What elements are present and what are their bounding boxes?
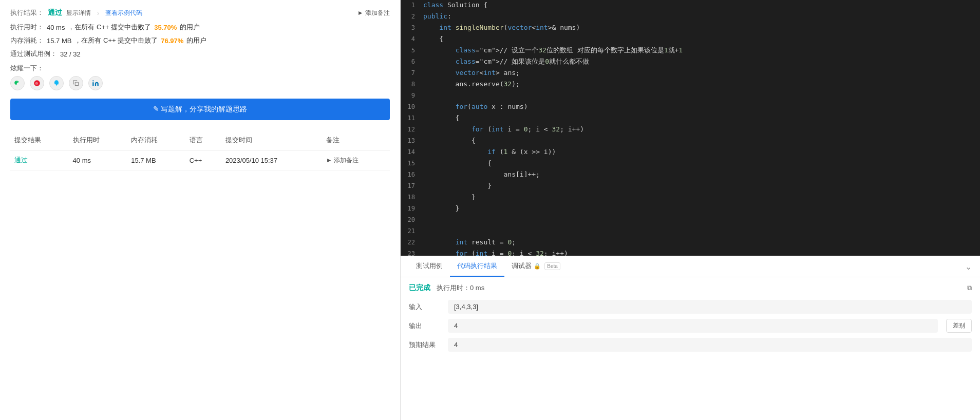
line-number: 1 xyxy=(401,0,421,10)
social-btn-wechat[interactable] xyxy=(10,76,25,90)
exec-time-label: 执行用时： xyxy=(10,23,44,32)
input-value: [3,4,3,3] xyxy=(448,300,972,314)
bottom-content: 已完成 执行用时：0 ms ⧉ 输入 [3,4,3,3] 输出 4 差别 预期结… xyxy=(401,277,980,420)
show-details-link[interactable]: 显示详情 xyxy=(66,9,91,17)
line-number: 10 xyxy=(401,102,421,111)
line-content[interactable]: vector<int> ans; xyxy=(421,68,980,78)
line-content[interactable]: { xyxy=(421,136,980,146)
line-number: 14 xyxy=(401,147,421,157)
line-content[interactable]: { xyxy=(421,34,980,44)
social-btn-linkedin[interactable] xyxy=(88,76,103,90)
line-number: 12 xyxy=(401,124,421,134)
expected-value: 4 xyxy=(448,338,972,352)
row-result[interactable]: 通过 xyxy=(14,156,28,164)
diff-button[interactable]: 差别 xyxy=(946,319,972,333)
exec-time-detail: ，在所有 C++ 提交中击败了 xyxy=(68,23,151,32)
add-note-header[interactable]: ► 添加备注 xyxy=(357,9,390,17)
line-content[interactable]: class="cm">// 如果该位是0就什么都不做 xyxy=(421,56,980,67)
line-content[interactable]: public: xyxy=(421,11,980,22)
tab-debugger[interactable]: 调试器 🔒 Beta xyxy=(504,256,568,277)
line-number: 23 xyxy=(401,249,421,256)
expand-icon[interactable]: ⌄ xyxy=(965,262,972,272)
svg-point-3 xyxy=(92,80,93,81)
expected-label: 预期结果 xyxy=(409,340,440,350)
bottom-tabs: 测试用例 代码执行结果 调试器 🔒 Beta ⌄ xyxy=(401,256,980,277)
line-content[interactable]: ans[i]++; xyxy=(421,169,980,180)
code-line: 7 vector<int> ans; xyxy=(401,68,980,79)
line-number: 6 xyxy=(401,56,421,66)
line-content[interactable]: int result = 0; xyxy=(421,237,980,247)
line-number: 15 xyxy=(401,158,421,168)
beta-badge: Beta xyxy=(544,262,560,270)
code-line: 10 for(auto x : nums) xyxy=(401,102,980,113)
lock-icon: 🔒 xyxy=(534,263,541,269)
code-line: 15 { xyxy=(401,158,980,169)
line-content[interactable]: ans.reserve(32); xyxy=(421,79,980,89)
memory-value: 15.7 MB xyxy=(47,37,71,45)
line-number: 4 xyxy=(401,34,421,44)
social-btn-weibo[interactable]: 微 xyxy=(30,76,44,90)
code-line: 4 { xyxy=(401,34,980,45)
code-line: 20 xyxy=(401,215,980,226)
code-line: 6 class="cm">// 如果该位是0就什么都不做 xyxy=(401,56,980,68)
line-number: 11 xyxy=(401,113,421,123)
row-language: C++ xyxy=(185,150,221,170)
row-add-note[interactable]: ► 添加备注 xyxy=(326,156,386,165)
line-number: 7 xyxy=(401,68,421,78)
share-label: 炫耀一下： xyxy=(10,64,44,72)
line-content[interactable]: for (int i = 0; i < 32; i++) xyxy=(421,249,980,256)
output-row: 输出 4 差别 xyxy=(409,319,972,333)
line-number: 9 xyxy=(401,90,421,100)
col-header-submit-time: 提交时间 xyxy=(221,130,322,150)
code-line: 17 } xyxy=(401,181,980,192)
code-editor[interactable]: 1class Solution {2public:3 int singleNum… xyxy=(401,0,980,256)
line-content[interactable]: { xyxy=(421,113,980,123)
share-section: 炫耀一下： 微 xyxy=(10,64,390,90)
line-content[interactable]: } xyxy=(421,181,980,191)
status-row: 已完成 执行用时：0 ms ⧉ xyxy=(409,283,972,293)
line-content[interactable]: class="cm">// 设立一个32位的数组 对应的每个数字上如果该位是1就… xyxy=(421,45,980,55)
view-example-code-link[interactable]: 查看示例代码 xyxy=(105,9,142,17)
line-number: 16 xyxy=(401,169,421,179)
line-content[interactable]: for(auto x : nums) xyxy=(421,102,980,112)
output-value: 4 xyxy=(448,319,938,333)
code-line: 2public: xyxy=(401,11,980,23)
tab-exec-result[interactable]: 代码执行结果 xyxy=(450,256,504,277)
code-line: 3 int singleNumber(vector<int>& nums) xyxy=(401,23,980,34)
exec-time-row: 执行用时： 40 ms ，在所有 C++ 提交中击败了 35.70% 的用户 xyxy=(10,23,390,32)
line-content[interactable]: if (1 & (x >> i)) xyxy=(421,147,980,157)
line-content[interactable]: for (int i = 0; i < 32; i++) xyxy=(421,124,980,135)
code-line: 21 xyxy=(401,226,980,237)
line-number: 21 xyxy=(401,226,421,236)
code-line: 9 xyxy=(401,90,980,102)
line-number: 17 xyxy=(401,181,421,190)
memory-suffix: 的用户 xyxy=(186,36,206,45)
line-content[interactable]: } xyxy=(421,192,980,202)
code-line: 1class Solution { xyxy=(401,0,980,11)
code-line: 11 { xyxy=(401,113,980,124)
line-content[interactable]: } xyxy=(421,203,980,214)
test-cases-value: 32 / 32 xyxy=(60,50,81,58)
line-number: 3 xyxy=(401,23,421,32)
tab-test-cases[interactable]: 测试用例 xyxy=(409,256,450,277)
line-content[interactable]: { xyxy=(421,158,980,168)
col-header-exec-time: 执行用时 xyxy=(69,130,127,150)
social-btn-copy[interactable] xyxy=(69,76,83,90)
line-content[interactable]: class Solution { xyxy=(421,0,980,10)
submissions-table: 提交结果 执行用时 内存消耗 语言 提交时间 备注 通过 40 ms 15.7 … xyxy=(10,130,390,170)
code-line: 8 ans.reserve(32); xyxy=(401,79,980,90)
code-line: 13 { xyxy=(401,136,980,147)
tab-debugger-label: 调试器 xyxy=(512,262,532,270)
social-btn-qq[interactable] xyxy=(49,76,64,90)
code-line: 12 for (int i = 0; i < 32; i++) xyxy=(401,124,980,136)
copy-result-icon[interactable]: ⧉ xyxy=(967,284,972,292)
left-panel: 执行结果： 通过 显示详情 › 查看示例代码 ► 添加备注 执行用时： 40 m… xyxy=(0,0,401,420)
result-row: 执行结果： 通过 显示详情 › 查看示例代码 ► 添加备注 xyxy=(10,8,390,17)
line-number: 13 xyxy=(401,136,421,145)
col-header-memory: 内存消耗 xyxy=(127,130,185,150)
memory-detail: ，在所有 C++ 提交中击败了 xyxy=(74,36,158,45)
bottom-panel: 测试用例 代码执行结果 调试器 🔒 Beta ⌄ 已完成 执行用时：0 ms ⧉… xyxy=(401,256,980,420)
line-content[interactable]: int singleNumber(vector<int>& nums) xyxy=(421,23,980,33)
write-solution-button[interactable]: ✎ 写题解，分享我的解题思路 xyxy=(10,99,390,120)
col-header-language: 语言 xyxy=(185,130,221,150)
